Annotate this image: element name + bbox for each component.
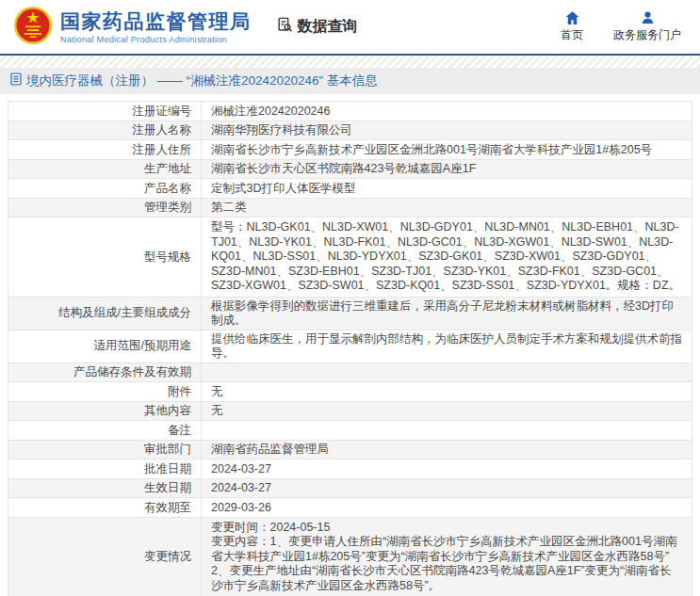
row-value: 变更时间：2024-05-15 变更内容：1、变更申请人住所由“湖南省长沙市宁乡… bbox=[202, 517, 692, 596]
table-row: 注册人名称湖南华翔医疗科技有限公司 bbox=[8, 121, 692, 140]
row-label: 附件 bbox=[8, 382, 202, 402]
nav-home[interactable]: 首页 bbox=[561, 11, 583, 43]
org-name-cn: 国家药品监督管理局 bbox=[60, 10, 252, 33]
org-name-en: National Medical Products Administration bbox=[60, 35, 252, 44]
row-value: 湖南省药品监督管理局 bbox=[202, 440, 692, 459]
home-icon bbox=[565, 11, 579, 24]
data-query-label: 数据查询 bbox=[298, 17, 358, 37]
row-label: 有效期至 bbox=[8, 498, 202, 518]
table-row: 管理类别第二类 bbox=[8, 198, 692, 217]
row-value bbox=[202, 362, 692, 382]
national-emblem-icon bbox=[13, 6, 53, 49]
row-label: 生产地址 bbox=[8, 159, 202, 179]
row-label: 管理类别 bbox=[8, 198, 202, 217]
row-value: 湘械注准20242020246 bbox=[202, 102, 692, 121]
row-label: 审批部门 bbox=[8, 440, 202, 459]
table-row: 有效期至2029-03-26 bbox=[8, 498, 692, 518]
row-label: 其他内容 bbox=[8, 401, 202, 421]
row-label: 生效日期 bbox=[8, 478, 202, 498]
row-value: 湖南华翔医疗科技有限公司 bbox=[202, 121, 692, 140]
registration-info-table: 注册证编号湘械注准20242020246注册人名称湖南华翔医疗科技有限公司注册人… bbox=[8, 101, 692, 596]
row-value: 第二类 bbox=[202, 198, 692, 217]
table-row: 附件无 bbox=[8, 382, 692, 402]
table-row: 结构及组成/主要组成成分根据影像学得到的数据进行三维重建后，采用高分子尼龙粉末材… bbox=[8, 297, 692, 330]
document-icon bbox=[10, 72, 22, 89]
row-value: 无 bbox=[202, 401, 692, 421]
site-header: 国家药品监督管理局 National Medical Products Admi… bbox=[0, 0, 700, 54]
table-row: 生产地址湖南省长沙市天心区书院南路423号乾城嘉园A座1F bbox=[8, 159, 692, 179]
document-search-icon bbox=[276, 16, 294, 38]
hatch-strip bbox=[0, 56, 700, 68]
nav-portal-label: 政务服务门户 bbox=[613, 27, 681, 43]
row-value: 湖南省长沙市宁乡高新技术产业园区金洲北路001号湖南省大学科技产业园1#栋205… bbox=[202, 140, 692, 160]
data-query-tab[interactable]: 数据查询 bbox=[276, 16, 358, 38]
table-row: 备注 bbox=[8, 421, 692, 441]
row-value: 提供给临床医生，用于显示解剖内部结构，为临床医护人员制定手术方案和规划提供术前指… bbox=[202, 330, 692, 362]
nav-portal[interactable]: 政务服务门户 bbox=[613, 11, 681, 43]
row-value: 根据影像学得到的数据进行三维重建后，采用高分子尼龙粉末材料或树脂材料，经3D打印… bbox=[202, 297, 692, 330]
table-row: 适用范围/预期用途提供给临床医生，用于显示解剖内部结构，为临床医护人员制定手术方… bbox=[8, 330, 692, 362]
row-value: 定制式3D打印人体医学模型 bbox=[202, 179, 692, 199]
table-row: 变更情况变更时间：2024-05-15 变更内容：1、变更申请人住所由“湖南省长… bbox=[8, 517, 692, 596]
nmpa-logo[interactable]: 国家药品监督管理局 National Medical Products Admi… bbox=[13, 6, 252, 49]
table-row: 产品储存条件及有效期 bbox=[8, 362, 692, 382]
table-row: 注册人住所湖南省长沙市宁乡高新技术产业园区金洲北路001号湖南省大学科技产业园1… bbox=[8, 140, 692, 160]
row-label: 产品储存条件及有效期 bbox=[8, 362, 202, 382]
table-row: 注册证编号湘械注准20242020246 bbox=[8, 102, 692, 121]
row-value: 2029-03-26 bbox=[202, 498, 692, 518]
breadcrumb: 境内医疗器械（注册） —— “湘械注准20242020246” 基本信息 bbox=[0, 68, 700, 94]
nav-home-label: 首页 bbox=[561, 27, 583, 43]
top-nav: 首页 政务服务门户 bbox=[561, 11, 687, 43]
brand-text: 国家药品监督管理局 National Medical Products Admi… bbox=[60, 10, 252, 44]
row-value: 无 bbox=[202, 382, 692, 402]
row-label: 注册人住所 bbox=[8, 140, 202, 160]
row-value: 2024-03-27 bbox=[202, 478, 692, 498]
row-value: 湖南省长沙市天心区书院南路423号乾城嘉园A座1F bbox=[202, 159, 692, 179]
row-label: 变更情况 bbox=[8, 517, 202, 596]
table-row: 审批部门湖南省药品监督管理局 bbox=[8, 440, 692, 459]
row-label: 批准日期 bbox=[8, 459, 202, 479]
row-label: 备注 bbox=[8, 421, 202, 441]
table-row: 批准日期2024-03-27 bbox=[8, 459, 692, 479]
table-row: 其他内容无 bbox=[8, 401, 692, 421]
row-value bbox=[202, 421, 692, 441]
row-label: 型号规格 bbox=[8, 217, 202, 298]
table-row: 生效日期2024-03-27 bbox=[8, 478, 692, 498]
main-content: 注册证编号湘械注准20242020246注册人名称湖南华翔医疗科技有限公司注册人… bbox=[0, 94, 700, 596]
table-row: 型号规格型号：NL3D-GK01、NL3D-XW01、NL3D-GDY01、NL… bbox=[8, 217, 692, 298]
row-label: 注册人名称 bbox=[8, 121, 202, 140]
row-label: 适用范围/预期用途 bbox=[8, 330, 202, 362]
row-label: 结构及组成/主要组成成分 bbox=[8, 297, 202, 330]
row-label: 注册证编号 bbox=[8, 102, 202, 121]
breadcrumb-text: 境内医疗器械（注册） —— “湘械注准20242020246” 基本信息 bbox=[26, 72, 378, 89]
table-row: 产品名称定制式3D打印人体医学模型 bbox=[8, 179, 692, 199]
user-icon bbox=[641, 11, 655, 24]
row-value: 型号：NL3D-GK01、NL3D-XW01、NL3D-GDY01、NL3D-M… bbox=[202, 217, 692, 298]
row-label: 产品名称 bbox=[8, 179, 202, 199]
info-table-body: 注册证编号湘械注准20242020246注册人名称湖南华翔医疗科技有限公司注册人… bbox=[8, 102, 692, 596]
row-value: 2024-03-27 bbox=[202, 459, 692, 479]
